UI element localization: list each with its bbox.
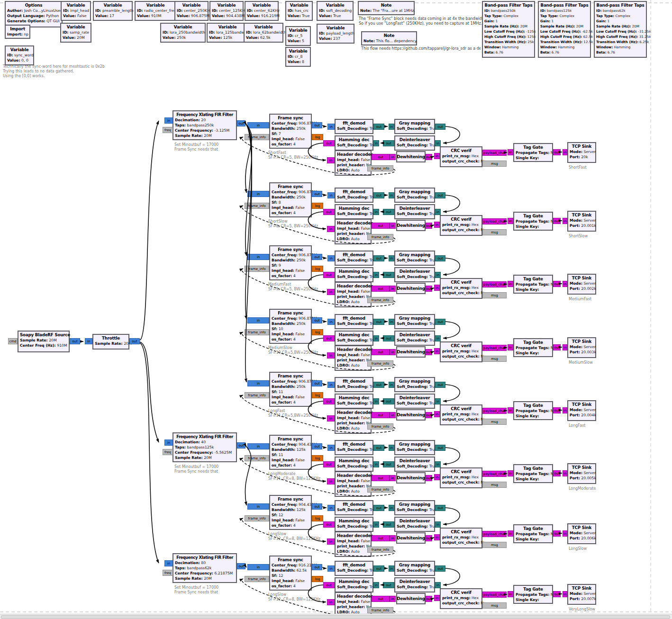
port-crc3-payload[interactable]: payload_char bbox=[482, 345, 507, 351]
header-decoder-block-3[interactable]: Header decoderImpl_head: Falseprint_head… bbox=[335, 345, 372, 371]
port-deint4-in[interactable]: in bbox=[435, 398, 441, 404]
port-crc3-in[interactable]: in bbox=[434, 348, 440, 354]
variable-block-payload_length[interactable]: VariableID: payload_lengthValue: 237 bbox=[317, 24, 354, 44]
port-fs2-frame-info[interactable]: frame_info bbox=[245, 266, 269, 272]
hamming-dec-block-6[interactable]: Hamming decSoft_Decoding: True bbox=[335, 517, 373, 532]
tag-gate-block-0[interactable]: Tag GatePropagate Tags: NoSingle Key: bbox=[513, 143, 553, 162]
port-ham5-in[interactable]: in bbox=[373, 461, 379, 467]
port-fs7-out[interactable]: out bbox=[312, 564, 322, 570]
port-hdr4-out[interactable]: out bbox=[372, 412, 390, 418]
port-deint2-in[interactable]: in bbox=[435, 272, 441, 278]
port-gray3-in[interactable]: in bbox=[389, 319, 394, 325]
frame-sync-block-5[interactable]: Frame syncCenter_freq: 904.438MBandwidth… bbox=[269, 435, 312, 470]
crc-verif-block-7[interactable]: CRC verifprint_rx_msg: Hexoutput_crc_che… bbox=[440, 588, 482, 609]
port-hdr3-out[interactable]: out bbox=[372, 349, 390, 355]
crc-verif-block-0[interactable]: CRC verifprint_rx_msg: Hexoutput_crc_che… bbox=[440, 146, 482, 167]
port-crc1-payload[interactable]: payload_char bbox=[482, 218, 507, 224]
deinterleaver-block-3[interactable]: DeinterleaverSoft_Decoding: True bbox=[394, 331, 435, 346]
port-ham7-out[interactable]: out bbox=[323, 582, 335, 588]
port-crc5-msg[interactable]: msg bbox=[482, 482, 507, 488]
port-hdr5-out[interactable]: out bbox=[372, 475, 390, 481]
fft-demod-block-0[interactable]: fft_demodSoft_Decoding: True bbox=[335, 119, 373, 134]
port-ham6-out[interactable]: out bbox=[323, 521, 335, 528]
port-hdr2-in[interactable]: in bbox=[327, 289, 335, 295]
port-dewhit4-in[interactable]: in bbox=[390, 412, 396, 418]
throttle-block[interactable]: ThrottleSample Rate: 20M bbox=[92, 334, 129, 350]
port-crc0-in[interactable]: in bbox=[434, 153, 440, 159]
tag-gate-block-7[interactable]: Tag GatePropagate Tags: NoSingle Key: bbox=[513, 585, 553, 604]
port-gray3-out[interactable]: out bbox=[435, 319, 445, 325]
port-fs0-in[interactable]: in bbox=[247, 122, 269, 128]
hamming-dec-block-5[interactable]: Hamming decSoft_Decoding: True bbox=[335, 457, 373, 472]
port-tag2-in[interactable]: in bbox=[508, 281, 513, 287]
hamming-dec-block-4[interactable]: Hamming decSoft_Decoding: True bbox=[335, 394, 373, 409]
port-hdr2-frame-info[interactable]: frame_info bbox=[367, 297, 393, 303]
port-crc0-msg[interactable]: msg bbox=[482, 161, 507, 167]
port-fs2-out[interactable]: out bbox=[312, 254, 322, 260]
port-ham5-out[interactable]: out bbox=[323, 461, 335, 467]
port-throttle-in[interactable]: in bbox=[85, 338, 92, 344]
port-fs6-frame-info[interactable]: frame_info bbox=[245, 515, 269, 521]
frame-sync-block-2[interactable]: Frame syncCenter_freq: 906.875MBandwidth… bbox=[269, 245, 312, 280]
variable-block-lora_250bandwidth[interactable]: VariableID: lora_250bandwidthValue: 250k bbox=[160, 23, 206, 43]
hamming-dec-block-1[interactable]: Hamming decSoft_Decoding: True bbox=[335, 204, 373, 219]
port-soapy-out[interactable]: out bbox=[70, 338, 80, 344]
port-hdr1-frame-info[interactable]: frame_info bbox=[367, 234, 393, 240]
note-block-dependency[interactable]: NoteNote: This flo... dependency. bbox=[361, 31, 417, 45]
crc-verif-block-4[interactable]: CRC verifprint_rx_msg: Hexoutput_crc_che… bbox=[440, 404, 482, 425]
port-deint2-out[interactable]: out bbox=[383, 272, 394, 278]
port-deint7-out[interactable]: out bbox=[383, 582, 394, 588]
port-tag5-in[interactable]: in bbox=[508, 470, 513, 476]
dewhitening-block-5[interactable]: Dewhitening bbox=[396, 472, 426, 484]
port-hdr1-in[interactable]: in bbox=[327, 226, 335, 232]
port-gray5-in[interactable]: in bbox=[389, 445, 394, 451]
deinterleaver-block-6[interactable]: DeinterleaverSoft_Decoding: True bbox=[394, 517, 435, 532]
port-fs1-frame-info[interactable]: frame_info bbox=[245, 203, 269, 209]
fft-demod-block-6[interactable]: fft_demodSoft_Decoding: True bbox=[335, 500, 373, 515]
port-hdr0-in[interactable]: in bbox=[327, 157, 335, 163]
tag-gate-block-5[interactable]: Tag GatePropagate Tags: NoSingle Key: bbox=[513, 464, 553, 483]
options-block[interactable]: OptionsAuthor: Josh Co...yLinuxUser)Outp… bbox=[5, 1, 63, 27]
dewhitening-block-3[interactable]: Dewhitening bbox=[396, 346, 426, 358]
port-crc5-in[interactable]: in bbox=[434, 474, 440, 480]
port-deint5-out[interactable]: out bbox=[383, 461, 394, 467]
port-crc3-msg[interactable]: msg bbox=[482, 356, 507, 362]
hamming-dec-block-2[interactable]: Hamming decSoft_Decoding: True bbox=[335, 267, 373, 282]
port-fft1-out[interactable]: out bbox=[373, 192, 384, 198]
port-fs1-in[interactable]: in bbox=[247, 191, 269, 197]
port-hdr6-out[interactable]: out bbox=[372, 535, 390, 541]
port-fs1-out[interactable]: out bbox=[312, 191, 322, 197]
port-crc6-msg[interactable]: msg bbox=[482, 542, 507, 548]
port-deint4-out[interactable]: out bbox=[383, 398, 394, 404]
port-dewhit6-out[interactable]: out bbox=[426, 535, 432, 541]
gray-mapping-block-4[interactable]: Gray mappingSoft_Decoding: True bbox=[394, 377, 435, 392]
tag-gate-block-1[interactable]: Tag GatePropagate Tags: NoSingle Key: bbox=[513, 212, 553, 231]
dewhitening-block-6[interactable]: Dewhitening bbox=[396, 532, 426, 544]
tcp-sink-block-3[interactable]: TCP SinkMode: ServerPort: 20.003k bbox=[567, 337, 596, 358]
port-tcp2-in[interactable]: in bbox=[563, 281, 567, 287]
dewhitening-block-4[interactable]: Dewhitening bbox=[396, 409, 426, 421]
port-crc0-payload[interactable]: payload_char bbox=[482, 150, 507, 156]
variable-block-center_250KHz[interactable]: VariableID: center_250KHzValue: 906.875M bbox=[174, 1, 209, 21]
fft-demod-block-5[interactable]: fft_demodSoft_Decoding: True bbox=[335, 440, 373, 455]
port-fs4-log[interactable]: log bbox=[312, 392, 323, 398]
port-dewhit5-out[interactable]: out bbox=[426, 475, 432, 481]
port-fs5-in[interactable]: in bbox=[247, 443, 269, 449]
bandpass-filter-taps-block-1[interactable]: Band-pass Filter TapsID: bandpass125kTap… bbox=[538, 1, 591, 58]
tcp-sink-block-4[interactable]: TCP SinkMode: ServerPort: 20.004k bbox=[567, 400, 596, 421]
port-gray2-in[interactable]: in bbox=[389, 255, 394, 261]
port-fs3-in[interactable]: in bbox=[247, 317, 269, 323]
port-crc7-payload[interactable]: payload_char bbox=[482, 592, 507, 598]
port-fft7-out[interactable]: out bbox=[373, 565, 384, 572]
freq-xlating-fir-filter-block-0[interactable]: Frequency Xlating FIR FilterDecimation: … bbox=[173, 110, 237, 140]
port-ham1-out[interactable]: out bbox=[323, 209, 335, 215]
gray-mapping-block-6[interactable]: Gray mappingSoft_Decoding: True bbox=[394, 500, 435, 515]
tcp-sink-block-5[interactable]: TCP SinkMode: ServerPort: 20.005k bbox=[567, 463, 596, 484]
port-fs6-in[interactable]: in bbox=[247, 503, 269, 510]
variable-block-impl_head[interactable]: VariableID: impl_headValue: False bbox=[61, 1, 91, 21]
port-gray0-in[interactable]: in bbox=[389, 124, 394, 130]
deinterleaver-block-7[interactable]: DeinterleaverSoft_Decoding: True bbox=[394, 577, 435, 592]
port-fft6-out[interactable]: out bbox=[373, 505, 384, 511]
frame-sync-block-6[interactable]: Frame syncCenter_freq: 904.438MBandwidth… bbox=[269, 495, 312, 530]
port-dewhit2-in[interactable]: in bbox=[390, 286, 396, 292]
